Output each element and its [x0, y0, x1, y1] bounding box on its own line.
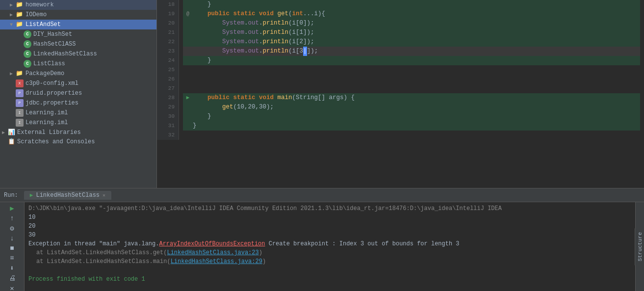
line-num-23: 23 [161, 47, 175, 56]
scratches-icon: 📋 [8, 138, 15, 145]
ext-libs-icon: 📊 [8, 129, 15, 136]
folder-icon: 📁 [16, 11, 24, 19]
line-num-20: 20 [161, 19, 175, 28]
sidebar-label: IODemo [26, 11, 47, 18]
run-play-button[interactable]: ▶ [5, 204, 19, 212]
sidebar-item-c3p0[interactable]: X c3p0-config.xml [0, 79, 156, 88]
sidebar-label: druid.properties [26, 90, 82, 97]
code-line-27 [183, 84, 640, 93]
exception-suffix: Create breakpoint : Index 3 out of bound… [265, 240, 460, 247]
stack-link-2[interactable]: LinkedHashSetClass.java:29 [171, 258, 262, 265]
java-file-icon: C [24, 60, 31, 68]
java-file-icon: C [24, 40, 31, 48]
code-content: 18 19 20 21 22 23 24 25 26 27 28 29 30 3… [157, 0, 644, 140]
run-sidebar: ▶ ↑ ⚙ ↓ ■ ≡ ⬇ 🖨 ✕ [0, 202, 25, 291]
stack-text-1: at ListAndSet.LinkedHashSetClass.get( [36, 249, 167, 256]
sidebar-label: LinkedHashSetClass [33, 51, 97, 57]
exception-line: Exception in thread "main" java.lang.Arr… [28, 239, 631, 248]
folder-icon: 📁 [16, 21, 24, 28]
arrow-icon [2, 130, 8, 135]
code-line-24: } [183, 56, 640, 65]
command-line: D:\JDK\bin\java.exe "-javaagent:D:\java_… [28, 204, 631, 213]
sidebar-item-external-libs[interactable]: 📊 External Libraries [0, 128, 156, 137]
run-panel: Run: ▶ LinkedHashSetClass ✕ ▶ ↑ ⚙ ↓ ■ ≡ … [0, 188, 644, 291]
sidebar-item-listclass[interactable]: C ListClass [0, 59, 156, 69]
scroll-down-button[interactable]: ↓ [5, 235, 19, 242]
code-editor[interactable]: 18 19 20 21 22 23 24 25 26 27 28 29 30 3… [157, 0, 644, 188]
line-num-29: 29 [161, 103, 175, 112]
sidebar: 📁 homework 📁 IODemo 📁 ListAndSet C DIY_H… [0, 0, 157, 188]
stack-line-2: at ListAndSet.LinkedHashSetClass.main(Li… [36, 257, 631, 266]
settings-button[interactable]: ⚙ [5, 224, 19, 233]
java-file-icon: C [24, 50, 31, 58]
sidebar-item-packagedemo[interactable]: 📁 PackageDemo [0, 69, 156, 79]
exception-class[interactable]: ArrayIndexOutOfBoundsException [159, 240, 265, 247]
gutter-19: @ [183, 9, 193, 19]
sidebar-label: External Libraries [17, 129, 81, 136]
arrow-icon [10, 22, 16, 27]
run-tab-icon: ▶ [30, 192, 33, 198]
sidebar-item-diy-hashset[interactable]: C DIY_HashSet [0, 29, 156, 39]
close-button[interactable]: ✕ [5, 284, 19, 291]
run-label: Run: [4, 192, 18, 199]
sidebar-item-iodemo[interactable]: 📁 IODemo [0, 10, 156, 20]
gutter-28: ▶ [183, 93, 193, 103]
code-line-20: System.out.println(i[0]); [183, 19, 640, 28]
stop-button[interactable]: ■ [5, 244, 19, 252]
sidebar-item-druid[interactable]: P druid.properties [0, 88, 156, 98]
stack-link-1[interactable]: LinkedHashSetClass.java:23 [167, 249, 258, 256]
code-line-25 [183, 65, 640, 75]
sidebar-label: DIY_HashSet [33, 31, 72, 38]
arrow-icon [10, 71, 16, 77]
line-num-30: 30 [161, 112, 175, 121]
iml-file-icon: I [16, 119, 24, 127]
sidebar-item-linkedhashset[interactable]: C LinkedHashSetClass [0, 49, 156, 59]
sidebar-item-homework[interactable]: 📁 homework [0, 0, 156, 10]
code-line-23: System.out.println(i[3|]); [183, 47, 640, 56]
line-num-27: 27 [161, 84, 175, 93]
line-num-24: 24 [161, 56, 175, 65]
main-area: 📁 homework 📁 IODemo 📁 ListAndSet C DIY_H… [0, 0, 644, 188]
sidebar-item-jdbc[interactable]: P jdbc.properties [0, 98, 156, 108]
blank-line [28, 266, 631, 275]
line-num-32: 32 [161, 131, 175, 140]
code-line-32 [183, 131, 640, 140]
wrap-button[interactable]: ≡ [5, 254, 19, 262]
sidebar-label: ListAndSet [26, 21, 61, 28]
run-tab[interactable]: ▶ LinkedHashSetClass ✕ [24, 191, 111, 200]
pin-button[interactable]: ⬇ [5, 264, 19, 272]
line-num-19: 19 [161, 9, 175, 19]
code-line-22: System.out.println(i[2]); [183, 37, 640, 47]
sidebar-label: ListClass [33, 60, 65, 67]
structure-tab[interactable]: Structure [635, 228, 644, 265]
code-line-18: } [183, 0, 640, 9]
line-num-22: 22 [161, 37, 175, 47]
close-tab-button[interactable]: ✕ [103, 192, 105, 198]
rerun-button[interactable]: ↑ [5, 214, 19, 222]
sidebar-item-hashsetclass[interactable]: C HashSetClASS [0, 39, 156, 49]
exception-prefix: Exception in thread "main" java.lang. [28, 240, 159, 247]
props-file-icon: P [16, 89, 24, 97]
folder-icon: 📁 [16, 1, 24, 9]
sidebar-item-learning-iml2[interactable]: I Learning.iml [0, 118, 156, 128]
sidebar-label: Learning.iml [26, 119, 68, 126]
run-tab-name: LinkedHashSetClass [36, 192, 100, 199]
sidebar-item-listandset[interactable]: 📁 ListAndSet [0, 20, 156, 29]
code-line-21: System.out.println(i[1]); [183, 28, 640, 37]
print-button[interactable]: 🖨 [5, 274, 19, 282]
code-line-31: } [183, 121, 640, 131]
sidebar-label: jdbc.properties [26, 100, 78, 106]
line-num-28: 28 [161, 93, 175, 103]
arrow-icon [10, 2, 16, 8]
process-finished-line: Process finished with exit code 1 [28, 275, 631, 284]
line-numbers: 18 19 20 21 22 23 24 25 26 27 28 29 30 3… [157, 0, 179, 140]
line-num-18: 18 [161, 0, 175, 9]
line-num-26: 26 [161, 75, 175, 84]
code-line-28: ▶ public static void main(String[] args)… [183, 93, 640, 103]
output-10: 10 [28, 213, 631, 222]
code-line-19: @ public static void get(int...i){ [183, 9, 640, 19]
stack-text-2: at ListAndSet.LinkedHashSetClass.main( [36, 258, 171, 265]
line-num-31: 31 [161, 121, 175, 131]
sidebar-item-scratches[interactable]: 📋 Scratches and Consoles [0, 137, 156, 146]
sidebar-item-learning-iml1[interactable]: I Learning.iml [0, 108, 156, 118]
